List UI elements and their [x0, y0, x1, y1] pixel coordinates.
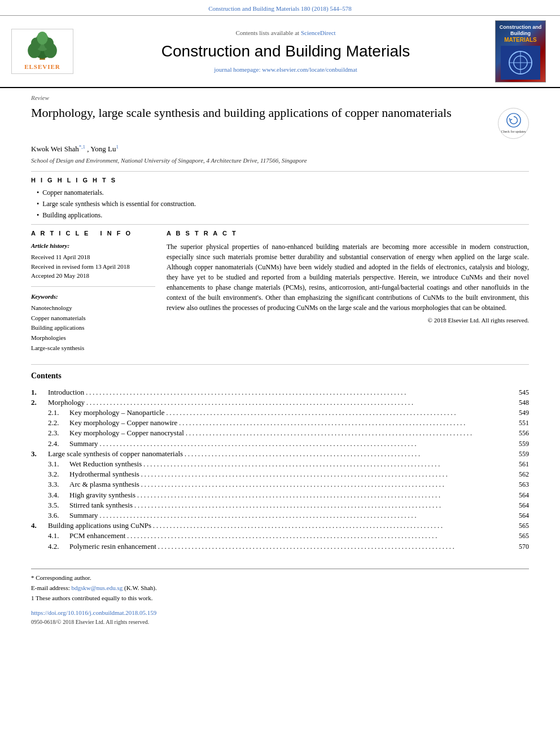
article-title: Morphology, large scale synthesis and bu…: [31, 105, 492, 121]
toc-page-2-3: 556: [509, 429, 529, 438]
toc-item-2-1: 2.1. Key morphology – Nanoparticle . . .…: [31, 408, 529, 418]
copyright-line: © 2018 Elsevier Ltd. All rights reserved…: [167, 316, 529, 325]
toc-page-2-1: 549: [509, 408, 529, 418]
contents-line-text: Contents lists available at: [235, 29, 299, 36]
toc-dots-2-3: . . . . . . . . . . . . . . . . . . . . …: [184, 429, 509, 438]
article-received: Received 11 April 2018: [31, 252, 155, 262]
toc-item-2-3: 2.3. Key morphology – Copper nanocrystal…: [31, 428, 529, 438]
toc-num-1: 1.: [31, 387, 48, 397]
journal-homepage: journal homepage: www.elsevier.com/locat…: [214, 65, 357, 74]
email-line: E-mail address: bdgskw@nus.edu.sg (K.W. …: [31, 584, 529, 592]
toc-title-3-2: Hydrothermal synthesis: [69, 469, 139, 479]
toc-page-3-5: 564: [509, 501, 529, 510]
toc-title-3-4: High gravity synthesis: [69, 490, 135, 500]
toc-item-3-4: 3.4. High gravity synthesis . . . . . . …: [31, 490, 529, 500]
toc-dots-4-2: . . . . . . . . . . . . . . . . . . . . …: [156, 542, 509, 552]
article-type-label: Review: [31, 94, 529, 102]
toc-item-4: 4. Building applications using CuNPs . .…: [31, 521, 529, 531]
toc-dots-4-1: . . . . . . . . . . . . . . . . . . . . …: [125, 531, 509, 541]
cover-title-text: Construction and Building: [500, 24, 542, 36]
toc-num-3-3: 3.3.: [48, 479, 69, 490]
elsevier-logo: ELSEVIER: [11, 29, 73, 74]
main-content: Review Morphology, large scale synthesis…: [0, 88, 560, 637]
journal-cover-image: Construction and Building MATERIALS: [495, 20, 546, 82]
sciencedirect-line: Contents lists available at ScienceDirec…: [235, 29, 335, 37]
toc-dots-4: . . . . . . . . . . . . . . . . . . . . …: [151, 521, 509, 531]
toc-dots-2-4: . . . . . . . . . . . . . . . . . . . . …: [98, 439, 509, 449]
article-accepted: Accepted 20 May 2018: [31, 271, 155, 281]
toc-dots-3-5: . . . . . . . . . . . . . . . . . . . . …: [133, 501, 509, 510]
journal-ref-text: Construction and Building Materials 180 …: [208, 5, 352, 12]
toc-num-3-6: 3.6.: [48, 510, 69, 521]
toc-num-4-1: 4.1.: [48, 531, 69, 541]
svg-point-13: [506, 113, 520, 127]
keyword-5: Large-scale synthesis: [31, 343, 155, 353]
divider-1: [31, 171, 529, 172]
elsevier-logo-area: ELSEVIER: [11, 20, 79, 82]
journal-title: Construction and Building Materials: [161, 40, 410, 62]
toc-dots-1: . . . . . . . . . . . . . . . . . . . . …: [84, 388, 509, 397]
affiliation: School of Design and Environment, Nation…: [31, 156, 529, 165]
divider-2: [31, 224, 529, 225]
toc-num-2: 2.: [31, 397, 48, 408]
keyword-3: Building applications: [31, 323, 155, 333]
keyword-2: Copper nanomaterials: [31, 313, 155, 324]
keyword-1: Nanotechnology: [31, 303, 155, 313]
homepage-label: journal homepage:: [214, 66, 260, 73]
cover-title: Construction and Building MATERIALS: [498, 24, 543, 43]
toc-dots-3-4: . . . . . . . . . . . . . . . . . . . . …: [135, 491, 509, 500]
toc-page-4-1: 565: [509, 531, 529, 541]
elsevier-label: ELSEVIER: [24, 63, 60, 71]
toc-dots-3-1: . . . . . . . . . . . . . . . . . . . . …: [142, 460, 509, 469]
article-history-label: Article history:: [31, 242, 155, 250]
doi-link[interactable]: https://doi.org/10.1016/j.conbuildmat.20…: [31, 609, 529, 617]
toc-num-3: 3.: [31, 449, 48, 459]
toc-item-3-3: 3.3. Arc & plasma synthesis . . . . . . …: [31, 479, 529, 490]
journal-header-center: Contents lists available at ScienceDirec…: [85, 20, 487, 82]
author2-name: , Yong Lu: [87, 145, 116, 153]
toc-title-2-3: Key morphology – Copper nanocrystal: [69, 428, 184, 438]
toc-title-4: Building applications using CuNPs: [48, 521, 151, 531]
toc-title-4-1: PCM enhancement: [69, 531, 125, 541]
toc-page-3-2: 562: [509, 470, 529, 479]
issn-line: 0950-0618/© 2018 Elsevier Ltd. All right…: [31, 618, 529, 626]
highlights-heading: H I G H L I G H T S: [31, 176, 529, 185]
corresponding-author-label: * Corresponding author.: [31, 574, 529, 582]
authors-line: Kwok Wei Shah*,1 , Yong Lu1: [31, 143, 529, 155]
toc-title-4-2: Polymeric resin enhancement: [69, 541, 156, 552]
toc-page-1: 545: [509, 388, 529, 397]
toc-page-3-1: 561: [509, 460, 529, 469]
svg-point-7: [37, 32, 47, 45]
toc-dots-3-2: . . . . . . . . . . . . . . . . . . . . …: [139, 470, 509, 479]
toc-page-3-4: 564: [509, 491, 529, 500]
journal-reference: Construction and Building Materials 180 …: [0, 0, 560, 16]
toc-page-2: 548: [509, 398, 529, 408]
toc-item-3-2: 3.2. Hydrothermal synthesis . . . . . . …: [31, 469, 529, 479]
article-info-abstract-row: A R T I C L E I N F O Article history: R…: [31, 229, 529, 353]
sciencedirect-link[interactable]: ScienceDirect: [301, 29, 336, 36]
toc-num-4-2: 4.2.: [48, 541, 69, 552]
article-info-column: A R T I C L E I N F O Article history: R…: [31, 229, 155, 353]
toc-title-3-3: Arc & plasma synthesis: [69, 479, 139, 490]
email-link[interactable]: bdgskw@nus.edu.sg: [71, 584, 123, 591]
abstract-heading: A B S T R A C T: [167, 229, 529, 238]
toc-dots-3: . . . . . . . . . . . . . . . . . . . . …: [183, 449, 509, 459]
toc-num-3-1: 3.1.: [48, 459, 69, 469]
toc-dots-2-1: . . . . . . . . . . . . . . . . . . . . …: [165, 408, 509, 418]
toc-item-2: 2. Morphology . . . . . . . . . . . . . …: [31, 397, 529, 408]
toc-item-3-5: 3.5. Stirred tank synthesis . . . . . . …: [31, 500, 529, 510]
homepage-url[interactable]: www.elsevier.com/locate/conbuildmat: [262, 66, 357, 73]
journal-header: ELSEVIER Contents lists available at Sci…: [0, 16, 560, 88]
article-info-heading: A R T I C L E I N F O: [31, 229, 155, 238]
toc-item-4-2: 4.2. Polymeric resin enhancement . . . .…: [31, 541, 529, 552]
toc-item-2-4: 2.4. Summary . . . . . . . . . . . . . .…: [31, 439, 529, 449]
toc-title-3-5: Stirred tank synthesis: [69, 500, 133, 510]
toc-item-3-6: 3.6. Summary . . . . . . . . . . . . . .…: [31, 510, 529, 521]
check-for-updates-badge: Check for updates: [498, 108, 529, 139]
author1-name: Kwok Wei Shah: [31, 145, 79, 153]
highlight-item-2: Large scale synthesis which is essential…: [37, 199, 529, 209]
article-revised: Received in revised form 13 April 2018: [31, 262, 155, 272]
toc-page-2-4: 559: [509, 439, 529, 449]
toc-list: 1. Introduction . . . . . . . . . . . . …: [31, 387, 529, 552]
toc-title-2-1: Key morphology – Nanoparticle: [69, 408, 165, 418]
